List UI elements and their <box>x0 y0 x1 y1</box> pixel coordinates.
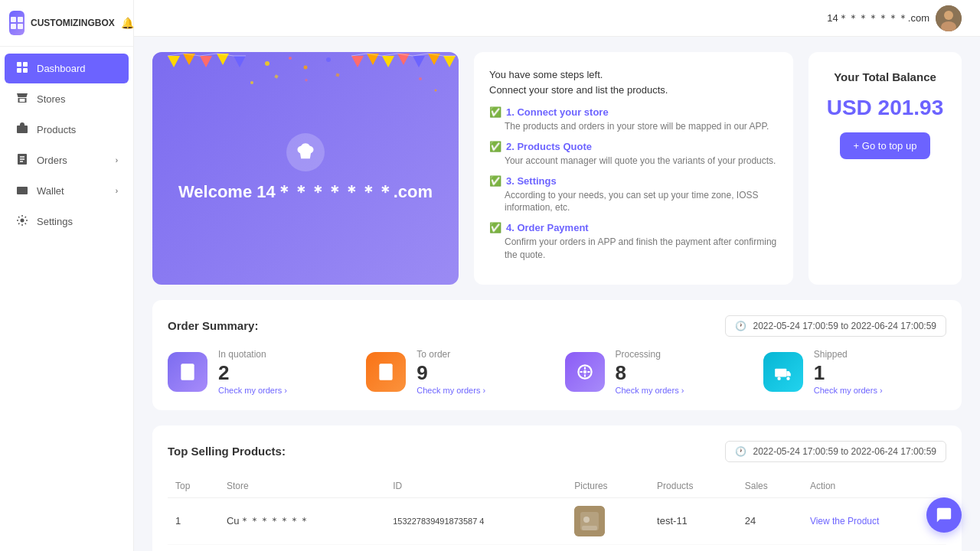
svg-rect-8 <box>17 126 28 133</box>
sidebar-item-dashboard[interactable]: Dashboard <box>5 54 129 83</box>
svg-rect-7 <box>23 68 28 73</box>
top-row: Welcome 14＊＊＊＊＊＊＊.com You have some step… <box>152 52 962 285</box>
svg-point-30 <box>265 61 270 66</box>
user-info: 14＊＊＊＊＊＊＊.com <box>827 5 962 31</box>
svg-marker-29 <box>443 56 456 67</box>
chevron-right-icon: › <box>116 187 118 195</box>
products-date-range[interactable]: 🕐 2022-05-24 17:00:59 to 2022-06-24 17:0… <box>725 441 946 462</box>
cell-sales: 24 <box>737 497 802 544</box>
check-orders-link-0[interactable]: Check my orders › <box>218 386 287 395</box>
svg-point-53 <box>786 377 789 380</box>
order-date-range[interactable]: 🕐 2022-05-24 17:00:59 to 2022-06-24 17:0… <box>725 315 946 337</box>
svg-point-16 <box>944 11 953 20</box>
dashboard-icon <box>15 61 29 76</box>
sidebar-item-label: Orders <box>37 155 67 166</box>
svg-point-38 <box>419 77 422 80</box>
svg-marker-18 <box>168 56 180 67</box>
orders-icon <box>15 153 29 168</box>
sidebar-item-wallet[interactable]: Wallet › <box>5 176 129 206</box>
step-3: ✅ 3. Settings According to your needs, y… <box>489 175 778 215</box>
quotation-icon <box>168 352 207 392</box>
steps-intro: You have some steps left. Connect your s… <box>489 67 778 97</box>
svg-marker-22 <box>234 56 246 67</box>
table-row: 2 Cu＊＊＊＊＊＊＊ 153227839571984793 7 test8 1… <box>168 544 946 551</box>
check-orders-link-2[interactable]: Check my orders › <box>616 386 684 395</box>
svg-point-37 <box>250 81 253 84</box>
cell-picture <box>567 544 649 551</box>
svg-point-39 <box>435 90 437 92</box>
step-2: ✅ 2. Products Quote Your account manager… <box>489 141 778 168</box>
balance-amount: USD 201.93 <box>827 96 944 120</box>
sidebar-item-orders[interactable]: Orders › <box>5 145 129 175</box>
svg-point-33 <box>326 57 331 62</box>
svg-marker-27 <box>413 56 425 67</box>
products-table: Top Store ID Pictures Products Sales Act… <box>168 474 946 551</box>
chevron-right-icon: › <box>116 156 118 165</box>
processing-icon <box>565 352 605 392</box>
svg-rect-51 <box>775 368 786 377</box>
top-selling-title: Top Selling Products: <box>168 445 286 458</box>
svg-rect-13 <box>17 187 28 194</box>
cell-product: test8 <box>649 544 737 551</box>
topup-button[interactable]: + Go to top up <box>840 132 931 159</box>
cell-action[interactable]: View the Product <box>802 544 946 551</box>
svg-point-31 <box>289 57 292 60</box>
check-orders-link-1[interactable]: Check my orders › <box>416 386 485 395</box>
col-pictures: Pictures <box>567 474 649 498</box>
sidebar-item-stores[interactable]: Stores <box>5 84 129 114</box>
svg-point-40 <box>304 147 308 151</box>
welcome-text: Welcome 14＊＊＊＊＊＊＊.com <box>178 181 433 204</box>
to-order-icon <box>366 352 406 392</box>
cell-action[interactable]: View the Product <box>802 497 946 544</box>
stat-shipped: Shipped 1 Check my orders › <box>763 349 946 395</box>
svg-marker-25 <box>382 56 394 67</box>
cell-store: Cu＊＊＊＊＊＊＊ <box>219 544 385 551</box>
step-1: ✅ 1. Connect your store The products and… <box>489 106 778 133</box>
avatar <box>936 5 962 31</box>
check-icon: ✅ <box>489 175 501 187</box>
user-email: 14＊＊＊＊＊＊＊.com <box>827 11 929 25</box>
stat-in-quotation: In quotation 2 Check my orders › <box>168 349 351 395</box>
order-summary-section: Order Summary: 🕐 2022-05-24 17:00:59 to … <box>152 300 962 410</box>
cell-top: 1 <box>168 497 219 544</box>
settings-icon <box>15 214 29 229</box>
svg-point-52 <box>777 377 780 380</box>
cell-product: test-11 <box>649 497 737 544</box>
svg-rect-36 <box>335 73 339 77</box>
logo-text: CUSTOMIZINGBOX <box>31 18 115 28</box>
svg-rect-5 <box>23 62 28 67</box>
order-summary-header: Order Summary: 🕐 2022-05-24 17:00:59 to … <box>168 315 946 337</box>
svg-point-32 <box>304 66 308 70</box>
order-summary-title: Order Summary: <box>168 319 258 332</box>
shipped-icon <box>763 352 803 392</box>
cell-top: 2 <box>168 544 219 551</box>
col-store: Store <box>219 474 385 498</box>
balance-card: Your Total Balance USD 201.93 + Go to to… <box>808 52 962 285</box>
svg-rect-2 <box>11 24 16 29</box>
wallet-icon <box>15 184 29 198</box>
check-orders-link-3[interactable]: Check my orders › <box>814 386 883 395</box>
welcome-icon <box>286 133 325 171</box>
header: 14＊＊＊＊＊＊＊.com <box>134 0 980 37</box>
sidebar-logo: CUSTOMIZINGBOX 🔔 <box>0 0 133 47</box>
sidebar-item-settings[interactable]: Settings <box>5 207 129 236</box>
svg-rect-6 <box>17 68 21 73</box>
svg-marker-20 <box>200 56 212 67</box>
stat-to-order: To order 9 Check my orders › <box>366 349 549 395</box>
table-row: 1 Cu＊＊＊＊＊＊＊ 153227839491873587 4 test-11… <box>168 497 946 544</box>
balance-title: Your Total Balance <box>834 70 936 83</box>
col-sales: Sales <box>737 474 802 498</box>
svg-rect-3 <box>18 24 23 29</box>
col-action: Action <box>802 474 946 498</box>
content: Welcome 14＊＊＊＊＊＊＊.com You have some step… <box>134 37 980 551</box>
svg-point-14 <box>21 219 24 223</box>
top-selling-header: Top Selling Products: 🕐 2022-05-24 17:00… <box>168 441 946 462</box>
main-content: 14＊＊＊＊＊＊＊.com <box>134 0 980 551</box>
sidebar-item-label: Stores <box>37 93 66 105</box>
sidebar-nav: Dashboard Stores Products Orders › Wal <box>0 47 133 551</box>
chat-button[interactable] <box>926 497 962 533</box>
bell-icon[interactable]: 🔔 <box>121 17 134 29</box>
welcome-banner: Welcome 14＊＊＊＊＊＊＊.com <box>152 52 459 285</box>
svg-rect-4 <box>17 62 21 67</box>
sidebar-item-products[interactable]: Products <box>5 115 129 145</box>
